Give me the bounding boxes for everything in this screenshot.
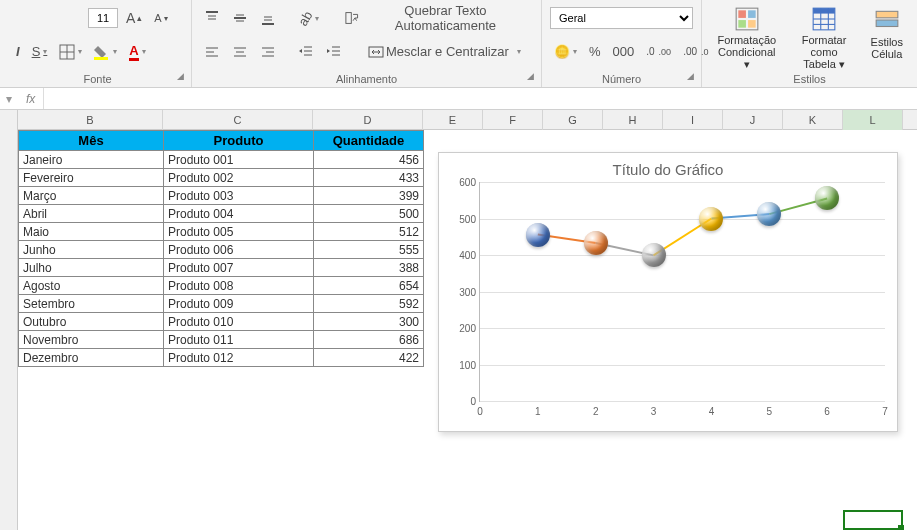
cell-produto[interactable]: Produto 005 — [164, 223, 314, 241]
chart-plot-area[interactable]: 010020030040050060001234567 — [479, 182, 885, 402]
column-header-J[interactable]: J — [723, 110, 783, 130]
cell-quantidade[interactable]: 500 — [314, 205, 424, 223]
percent-button[interactable]: % — [585, 40, 605, 64]
column-header-K[interactable]: K — [783, 110, 843, 130]
cell-mes[interactable]: Maio — [19, 223, 164, 241]
cell-styles-button[interactable]: Estilos Célula — [865, 4, 909, 62]
spreadsheet-grid[interactable]: BCDEFGHIJKL Mês Produto Quantidade Janei… — [0, 110, 917, 530]
cell-quantidade[interactable]: 399 — [314, 187, 424, 205]
chart-marker[interactable] — [526, 223, 550, 247]
cell-produto[interactable]: Produto 006 — [164, 241, 314, 259]
cell-mes[interactable]: Fevereiro — [19, 169, 164, 187]
chart-marker[interactable] — [757, 202, 781, 226]
italic-button[interactable]: I — [12, 40, 24, 64]
chart-marker[interactable] — [642, 243, 666, 267]
cell-mes[interactable]: Setembro — [19, 295, 164, 313]
table-row: AgostoProduto 008654 — [19, 277, 424, 295]
cell-produto[interactable]: Produto 008 — [164, 277, 314, 295]
svg-rect-41 — [876, 11, 898, 17]
column-header-I[interactable]: I — [663, 110, 723, 130]
increase-decimal-button[interactable]: .0.00 — [642, 40, 675, 64]
chart-title[interactable]: Título do Gráfico — [439, 153, 897, 182]
cell-produto[interactable]: Produto 002 — [164, 169, 314, 187]
name-box-expand[interactable]: ▾ — [0, 92, 18, 106]
chart-marker[interactable] — [584, 231, 608, 255]
fx-icon[interactable]: fx — [18, 88, 44, 109]
cell-quantidade[interactable]: 592 — [314, 295, 424, 313]
underline-button[interactable]: S▾ — [28, 40, 52, 64]
cell-quantidade[interactable]: 512 — [314, 223, 424, 241]
column-header-G[interactable]: G — [543, 110, 603, 130]
increase-indent-button[interactable] — [322, 40, 346, 64]
cell-produto[interactable]: Produto 012 — [164, 349, 314, 367]
alignment-dialog-launcher[interactable]: ◢ — [523, 71, 537, 85]
cell-mes[interactable]: Julho — [19, 259, 164, 277]
align-top-button[interactable] — [200, 6, 224, 30]
font-size-input[interactable] — [88, 8, 118, 28]
font-dialog-launcher[interactable]: ◢ — [173, 71, 187, 85]
number-dialog-launcher[interactable]: ◢ — [683, 71, 697, 85]
column-header-H[interactable]: H — [603, 110, 663, 130]
cell-mes[interactable]: Abril — [19, 205, 164, 223]
cell-produto[interactable]: Produto 009 — [164, 295, 314, 313]
increase-font-button[interactable]: A▴ — [122, 6, 146, 30]
cell-mes[interactable]: Dezembro — [19, 349, 164, 367]
cell-produto[interactable]: Produto 004 — [164, 205, 314, 223]
column-headers[interactable]: BCDEFGHIJKL — [18, 110, 917, 130]
borders-button[interactable]: ▾ — [55, 40, 86, 64]
cell-mes[interactable]: Novembro — [19, 331, 164, 349]
decrease-indent-button[interactable] — [294, 40, 318, 64]
align-middle-button[interactable] — [228, 6, 252, 30]
cell-produto[interactable]: Produto 010 — [164, 313, 314, 331]
cell-quantidade[interactable]: 456 — [314, 151, 424, 169]
table-row: SetembroProduto 009592 — [19, 295, 424, 313]
number-format-select[interactable]: Geral — [550, 7, 693, 29]
column-header-D[interactable]: D — [313, 110, 423, 130]
align-center-button[interactable] — [228, 40, 252, 64]
cell-mes[interactable]: Junho — [19, 241, 164, 259]
column-header-L[interactable]: L — [843, 110, 903, 130]
align-bottom-button[interactable] — [256, 6, 280, 30]
decrease-font-button[interactable]: A▾ — [150, 6, 171, 30]
cell-quantidade[interactable]: 300 — [314, 313, 424, 331]
chart-marker[interactable] — [699, 207, 723, 231]
cell-quantidade[interactable]: 388 — [314, 259, 424, 277]
formula-input[interactable] — [44, 88, 917, 109]
align-right-button[interactable] — [256, 40, 280, 64]
merge-center-button[interactable]: Mesclar e Centralizar▾ — [364, 40, 533, 64]
cell-produto[interactable]: Produto 003 — [164, 187, 314, 205]
currency-button[interactable]: 🪙▾ — [550, 40, 581, 64]
font-color-button[interactable]: A ▾ — [125, 40, 149, 64]
cell-produto[interactable]: Produto 011 — [164, 331, 314, 349]
cell-quantidade[interactable]: 654 — [314, 277, 424, 295]
wrap-text-button[interactable]: Quebrar Texto Automaticamente — [341, 6, 533, 30]
chart[interactable]: Título do Gráfico 0100200300400500600012… — [438, 152, 898, 432]
column-header-C[interactable]: C — [163, 110, 313, 130]
chart-marker[interactable] — [815, 186, 839, 210]
orientation-button[interactable]: ab▾ — [294, 6, 323, 30]
cell-quantidade[interactable]: 433 — [314, 169, 424, 187]
conditional-formatting-button[interactable]: Formatação Condicional ▾ — [710, 4, 784, 62]
format-as-table-button[interactable]: Formatar como Tabela ▾ — [790, 4, 859, 62]
cell-mes[interactable]: Agosto — [19, 277, 164, 295]
cell-quantidade[interactable]: 555 — [314, 241, 424, 259]
table-row: NovembroProduto 011686 — [19, 331, 424, 349]
table-header-row: Mês Produto Quantidade — [19, 131, 424, 151]
column-header-F[interactable]: F — [483, 110, 543, 130]
row-headers[interactable] — [0, 110, 18, 530]
column-header-E[interactable]: E — [423, 110, 483, 130]
header-produto[interactable]: Produto — [164, 131, 314, 151]
cell-produto[interactable]: Produto 001 — [164, 151, 314, 169]
cell-quantidade[interactable]: 686 — [314, 331, 424, 349]
cell-mes[interactable]: Março — [19, 187, 164, 205]
cell-mes[interactable]: Janeiro — [19, 151, 164, 169]
column-header-B[interactable]: B — [18, 110, 163, 130]
fill-color-button[interactable]: ▾ — [90, 40, 121, 64]
header-mes[interactable]: Mês — [19, 131, 164, 151]
cell-mes[interactable]: Outubro — [19, 313, 164, 331]
cell-produto[interactable]: Produto 007 — [164, 259, 314, 277]
cell-quantidade[interactable]: 422 — [314, 349, 424, 367]
align-left-button[interactable] — [200, 40, 224, 64]
header-quantidade[interactable]: Quantidade — [314, 131, 424, 151]
thousands-button[interactable]: 000 — [609, 40, 639, 64]
